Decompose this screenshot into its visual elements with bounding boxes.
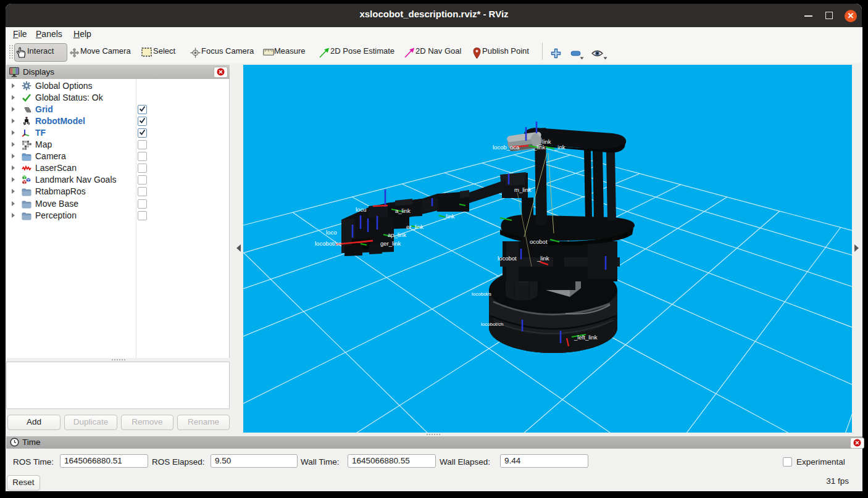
svg-text:_link: _link bbox=[442, 213, 455, 220]
svg-text:ocobot: ocobot bbox=[530, 238, 548, 245]
svg-text:_link: _link bbox=[533, 144, 546, 151]
svg-text:locob_oca: locob_oca bbox=[493, 144, 520, 151]
svg-text:locobot: locobot bbox=[498, 255, 517, 262]
svg-text:_link: _link bbox=[536, 255, 549, 262]
svg-text:a_link: a_link bbox=[395, 207, 411, 214]
svg-text:er_link: er_link bbox=[406, 223, 424, 230]
svg-text:_ink: _ink bbox=[554, 144, 565, 151]
svg-text:ger_link: ger_link bbox=[380, 240, 401, 247]
svg-text:locobot/s: locobot/s bbox=[472, 291, 491, 297]
svg-text:loco: loco bbox=[326, 229, 336, 236]
svg-text:locobot/se: locobot/se bbox=[315, 240, 341, 247]
svg-text:locobot/ch: locobot/ch bbox=[481, 322, 503, 327]
svg-text:m_link: m_link bbox=[514, 186, 532, 193]
svg-text:ap_link: ap_link bbox=[388, 231, 406, 238]
svg-text:locu: locu bbox=[356, 206, 366, 213]
svg-text:_left_link: _left_link bbox=[574, 334, 598, 341]
